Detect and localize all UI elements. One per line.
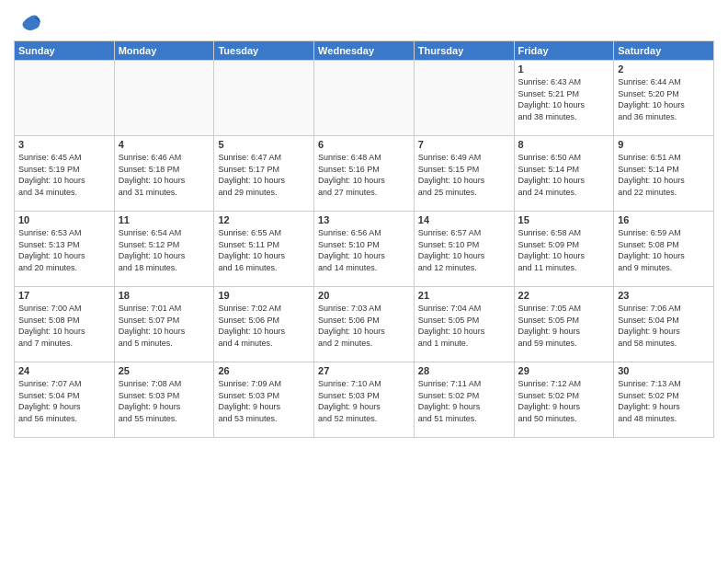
- day-info: Sunrise: 6:58 AM Sunset: 5:09 PM Dayligh…: [518, 227, 610, 273]
- calendar-cell: [15, 61, 115, 136]
- day-info: Sunrise: 7:04 AM Sunset: 5:05 PM Dayligh…: [418, 303, 510, 349]
- calendar-cell: 8Sunrise: 6:50 AM Sunset: 5:14 PM Daylig…: [514, 136, 614, 212]
- day-number: 19: [218, 290, 310, 301]
- calendar-cell: 24Sunrise: 7:07 AM Sunset: 5:04 PM Dayli…: [15, 362, 115, 438]
- calendar-cell: 17Sunrise: 7:00 AM Sunset: 5:08 PM Dayli…: [15, 287, 115, 362]
- calendar-table: SundayMondayTuesdayWednesdayThursdayFrid…: [14, 40, 714, 438]
- day-number: 22: [518, 290, 610, 301]
- header: [14, 9, 714, 35]
- day-number: 23: [618, 290, 710, 301]
- weekday-header-thursday: Thursday: [414, 41, 514, 61]
- calendar-cell: 13Sunrise: 6:56 AM Sunset: 5:10 PM Dayli…: [314, 212, 415, 287]
- calendar-cell: 22Sunrise: 7:05 AM Sunset: 5:05 PM Dayli…: [514, 287, 614, 362]
- day-info: Sunrise: 7:10 AM Sunset: 5:03 PM Dayligh…: [318, 378, 410, 424]
- calendar-cell: 19Sunrise: 7:02 AM Sunset: 5:06 PM Dayli…: [214, 287, 314, 362]
- day-number: 10: [18, 214, 110, 225]
- day-info: Sunrise: 7:01 AM Sunset: 5:07 PM Dayligh…: [119, 303, 210, 349]
- day-number: 12: [218, 214, 310, 225]
- calendar-cell: 29Sunrise: 7:12 AM Sunset: 5:02 PM Dayli…: [514, 362, 614, 438]
- week-row-5: 24Sunrise: 7:07 AM Sunset: 5:04 PM Dayli…: [15, 362, 714, 438]
- day-number: 15: [518, 214, 610, 225]
- logo-icon: [16, 9, 41, 35]
- day-number: 14: [418, 214, 510, 225]
- calendar-cell: 25Sunrise: 7:08 AM Sunset: 5:03 PM Dayli…: [114, 362, 214, 438]
- weekday-header-friday: Friday: [514, 41, 614, 61]
- calendar-cell: 21Sunrise: 7:04 AM Sunset: 5:05 PM Dayli…: [414, 287, 514, 362]
- day-info: Sunrise: 6:46 AM Sunset: 5:18 PM Dayligh…: [119, 152, 210, 198]
- day-number: 11: [119, 214, 210, 225]
- day-info: Sunrise: 6:53 AM Sunset: 5:13 PM Dayligh…: [18, 227, 110, 273]
- day-info: Sunrise: 7:09 AM Sunset: 5:03 PM Dayligh…: [218, 378, 310, 424]
- day-number: 8: [518, 139, 610, 150]
- day-info: Sunrise: 6:47 AM Sunset: 5:17 PM Dayligh…: [218, 152, 310, 198]
- calendar-cell: 3Sunrise: 6:45 AM Sunset: 5:19 PM Daylig…: [15, 136, 115, 212]
- day-info: Sunrise: 7:07 AM Sunset: 5:04 PM Dayligh…: [18, 378, 110, 424]
- day-info: Sunrise: 7:03 AM Sunset: 5:06 PM Dayligh…: [318, 303, 410, 349]
- day-info: Sunrise: 7:12 AM Sunset: 5:02 PM Dayligh…: [518, 378, 610, 424]
- day-number: 5: [218, 139, 310, 150]
- day-number: 28: [418, 365, 510, 376]
- calendar-cell: 1Sunrise: 6:43 AM Sunset: 5:21 PM Daylig…: [514, 61, 614, 136]
- day-number: 20: [318, 290, 410, 301]
- day-number: 9: [618, 139, 710, 150]
- day-number: 6: [318, 139, 410, 150]
- day-info: Sunrise: 7:06 AM Sunset: 5:04 PM Dayligh…: [618, 303, 710, 349]
- day-number: 30: [618, 365, 710, 376]
- week-row-1: 1Sunrise: 6:43 AM Sunset: 5:21 PM Daylig…: [15, 61, 714, 136]
- day-info: Sunrise: 6:59 AM Sunset: 5:08 PM Dayligh…: [618, 227, 710, 273]
- weekday-header-saturday: Saturday: [614, 41, 714, 61]
- weekday-header-monday: Monday: [114, 41, 214, 61]
- calendar-cell: [314, 61, 415, 136]
- calendar-cell: 15Sunrise: 6:58 AM Sunset: 5:09 PM Dayli…: [514, 212, 614, 287]
- day-number: 3: [18, 139, 110, 150]
- calendar-cell: 6Sunrise: 6:48 AM Sunset: 5:16 PM Daylig…: [314, 136, 415, 212]
- weekday-header-row: SundayMondayTuesdayWednesdayThursdayFrid…: [15, 41, 714, 61]
- day-info: Sunrise: 6:45 AM Sunset: 5:19 PM Dayligh…: [18, 152, 110, 198]
- calendar-cell: 2Sunrise: 6:44 AM Sunset: 5:20 PM Daylig…: [614, 61, 714, 136]
- day-info: Sunrise: 7:00 AM Sunset: 5:08 PM Dayligh…: [18, 303, 110, 349]
- calendar-cell: 18Sunrise: 7:01 AM Sunset: 5:07 PM Dayli…: [114, 287, 214, 362]
- calendar-cell: 11Sunrise: 6:54 AM Sunset: 5:12 PM Dayli…: [114, 212, 214, 287]
- day-number: 16: [618, 214, 710, 225]
- day-number: 27: [318, 365, 410, 376]
- week-row-2: 3Sunrise: 6:45 AM Sunset: 5:19 PM Daylig…: [15, 136, 714, 212]
- calendar-cell: 30Sunrise: 7:13 AM Sunset: 5:02 PM Dayli…: [614, 362, 714, 438]
- calendar-cell: 20Sunrise: 7:03 AM Sunset: 5:06 PM Dayli…: [314, 287, 415, 362]
- calendar-cell: 23Sunrise: 7:06 AM Sunset: 5:04 PM Dayli…: [614, 287, 714, 362]
- calendar-cell: 7Sunrise: 6:49 AM Sunset: 5:15 PM Daylig…: [414, 136, 514, 212]
- day-info: Sunrise: 6:51 AM Sunset: 5:14 PM Dayligh…: [618, 152, 710, 198]
- day-info: Sunrise: 7:08 AM Sunset: 5:03 PM Dayligh…: [119, 378, 210, 424]
- day-number: 13: [318, 214, 410, 225]
- day-number: 18: [119, 290, 210, 301]
- day-info: Sunrise: 6:50 AM Sunset: 5:14 PM Dayligh…: [518, 152, 610, 198]
- day-info: Sunrise: 6:57 AM Sunset: 5:10 PM Dayligh…: [418, 227, 510, 273]
- day-info: Sunrise: 6:44 AM Sunset: 5:20 PM Dayligh…: [618, 76, 710, 122]
- day-info: Sunrise: 7:13 AM Sunset: 5:02 PM Dayligh…: [618, 378, 710, 424]
- week-row-3: 10Sunrise: 6:53 AM Sunset: 5:13 PM Dayli…: [15, 212, 714, 287]
- day-number: 1: [518, 63, 610, 75]
- day-info: Sunrise: 6:48 AM Sunset: 5:16 PM Dayligh…: [318, 152, 410, 198]
- page-container: SundayMondayTuesdayWednesdayThursdayFrid…: [0, 0, 728, 447]
- day-number: 24: [18, 365, 110, 376]
- day-number: 21: [418, 290, 510, 301]
- day-number: 7: [418, 139, 510, 150]
- calendar-cell: [114, 61, 214, 136]
- day-number: 2: [618, 63, 710, 75]
- day-info: Sunrise: 7:02 AM Sunset: 5:06 PM Dayligh…: [218, 303, 310, 349]
- day-info: Sunrise: 6:54 AM Sunset: 5:12 PM Dayligh…: [119, 227, 210, 273]
- weekday-header-sunday: Sunday: [15, 41, 115, 61]
- logo: [14, 9, 41, 35]
- calendar-cell: 27Sunrise: 7:10 AM Sunset: 5:03 PM Dayli…: [314, 362, 415, 438]
- calendar-cell: 26Sunrise: 7:09 AM Sunset: 5:03 PM Dayli…: [214, 362, 314, 438]
- calendar-cell: 10Sunrise: 6:53 AM Sunset: 5:13 PM Dayli…: [15, 212, 115, 287]
- calendar-cell: [214, 61, 314, 136]
- day-info: Sunrise: 7:11 AM Sunset: 5:02 PM Dayligh…: [418, 378, 510, 424]
- day-number: 29: [518, 365, 610, 376]
- weekday-header-tuesday: Tuesday: [214, 41, 314, 61]
- weekday-header-wednesday: Wednesday: [314, 41, 415, 61]
- day-number: 17: [18, 290, 110, 301]
- day-number: 26: [218, 365, 310, 376]
- calendar-cell: [414, 61, 514, 136]
- day-number: 25: [119, 365, 210, 376]
- calendar-cell: 4Sunrise: 6:46 AM Sunset: 5:18 PM Daylig…: [114, 136, 214, 212]
